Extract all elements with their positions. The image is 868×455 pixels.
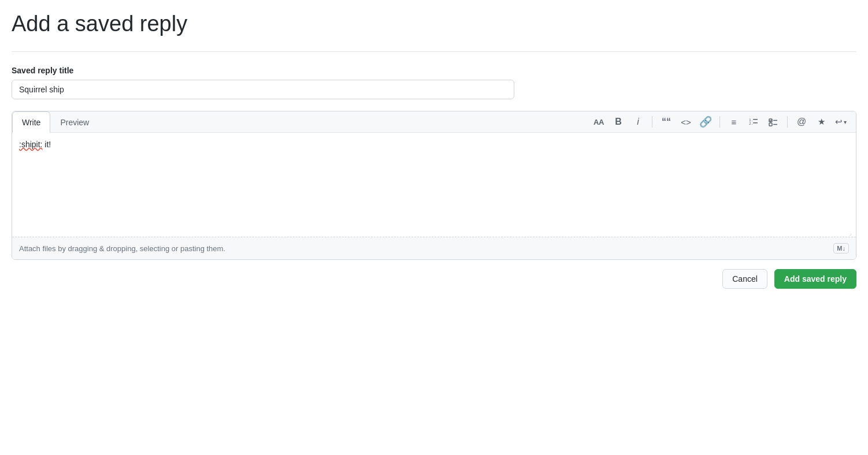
tab-group: Write Preview <box>12 111 99 132</box>
page-container: Add a saved reply Saved reply title Writ… <box>0 0 868 300</box>
title-input[interactable] <box>12 80 514 99</box>
text-size-icon[interactable]: AA <box>591 114 607 130</box>
editor-body: :shipit: it! ⌟ <box>12 133 856 237</box>
content-rest: it! <box>42 140 51 149</box>
tab-preview[interactable]: Preview <box>50 111 99 133</box>
resize-handle[interactable]: ⌟ <box>849 230 855 236</box>
svg-rect-2 <box>753 119 758 120</box>
bullet-list-icon[interactable]: ≡ <box>726 114 742 130</box>
attach-hint: Attach files by dragging & dropping, sel… <box>19 244 225 253</box>
title-label: Saved reply title <box>12 66 856 75</box>
toolbar-divider-1 <box>652 116 652 128</box>
submit-button[interactable]: Add saved reply <box>774 269 856 289</box>
cancel-button[interactable]: Cancel <box>722 269 767 289</box>
link-icon[interactable]: 🔗 <box>698 114 714 130</box>
title-field-group: Saved reply title <box>12 66 856 111</box>
editor-container: Write Preview AA B i ““ <> 🔗 ≡ 1. 2. <box>12 111 856 260</box>
editor-toolbar: Write Preview AA B i ““ <> 🔗 ≡ 1. 2. <box>12 111 856 133</box>
reply-icon[interactable]: ↩ <box>833 114 849 130</box>
bookmark-icon[interactable]: ★ <box>813 114 829 130</box>
markdown-label: M↓ <box>837 245 845 252</box>
actions-row: Cancel Add saved reply <box>12 269 856 289</box>
page-title: Add a saved reply <box>12 12 856 42</box>
attach-bar: Attach files by dragging & dropping, sel… <box>12 237 856 259</box>
code-icon[interactable]: <> <box>678 114 694 130</box>
toolbar-divider-2 <box>719 116 720 128</box>
svg-rect-5 <box>769 123 772 126</box>
tab-write[interactable]: Write <box>12 111 50 133</box>
svg-rect-3 <box>753 122 758 124</box>
bold-icon[interactable]: B <box>610 114 626 130</box>
task-list-icon[interactable] <box>765 114 781 130</box>
numbered-list-icon[interactable]: 1. 2. <box>745 114 762 130</box>
shipit-word: :shipit: <box>19 140 42 149</box>
quote-icon[interactable]: ““ <box>658 114 674 130</box>
markdown-badge: M↓ <box>833 243 849 253</box>
section-divider <box>12 51 856 52</box>
svg-text:2.: 2. <box>749 121 753 125</box>
editor-content[interactable]: :shipit: it! <box>12 133 856 237</box>
italic-icon[interactable]: i <box>630 114 646 130</box>
toolbar-divider-3 <box>787 116 788 128</box>
toolbar-icons: AA B i ““ <> 🔗 ≡ 1. 2. <box>591 114 856 130</box>
mention-icon[interactable]: @ <box>793 114 810 130</box>
